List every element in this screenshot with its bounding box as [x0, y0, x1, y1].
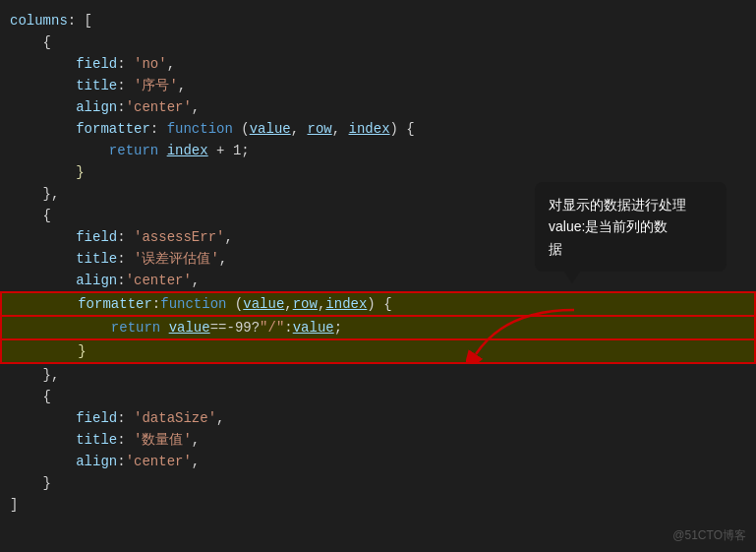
code-text: , [332, 118, 349, 140]
code-text: return [111, 317, 160, 338]
code-text: : [117, 270, 125, 291]
code-text [10, 161, 76, 183]
code-text: , [192, 96, 200, 118]
code-text: : [ [68, 10, 92, 31]
code-text [10, 429, 76, 451]
code-text [10, 451, 76, 472]
code-text: ) { [367, 293, 391, 315]
code-text: : [284, 317, 292, 338]
code-text [12, 317, 111, 338]
code-text [160, 317, 168, 338]
code-line-19: field: 'dataSize', [0, 407, 756, 429]
code-text: 'center' [126, 270, 192, 291]
code-text: + 1; [208, 140, 250, 161]
code-text: ( [233, 118, 250, 140]
code-line-14-highlighted: formatter:function (value,row,index) { [0, 291, 756, 317]
code-text: , [284, 293, 292, 315]
code-text: '数量值' [134, 429, 192, 451]
code-text [158, 140, 166, 161]
code-line-17: }, [0, 364, 756, 386]
code-text: , [224, 226, 232, 248]
code-text [10, 248, 76, 270]
code-text: : [150, 118, 167, 140]
code-text: function [167, 118, 233, 140]
code-text [10, 96, 76, 118]
code-text: row [308, 118, 332, 140]
code-text: field [76, 53, 117, 75]
code-text: , [192, 429, 200, 451]
code-line-3: field: 'no', [0, 53, 756, 75]
code-text: : [117, 429, 134, 451]
code-text: ] [10, 494, 18, 516]
code-line-13: align:'center', [0, 270, 756, 291]
code-line-2: { [0, 31, 756, 53]
code-line-15-highlighted: return value==-99?"/":value; [0, 317, 756, 338]
arrow-icon [466, 305, 584, 364]
code-text: align [76, 451, 117, 472]
code-text: : [152, 293, 160, 315]
code-text: }, [10, 183, 59, 205]
code-text: } [76, 161, 84, 183]
code-line-6: formatter: function (value, row, index) … [0, 118, 756, 140]
code-text: formatter [78, 293, 152, 315]
code-line-4: title: '序号', [0, 75, 756, 96]
code-line-23: ] [0, 494, 756, 516]
code-text: title [76, 248, 117, 270]
code-text: 'no' [134, 53, 167, 75]
watermark: @51CTO博客 [672, 527, 746, 544]
code-text: value [250, 118, 291, 140]
arrow-container [466, 305, 584, 368]
code-text: : [117, 75, 134, 96]
code-text: index [349, 118, 390, 140]
code-text: } [78, 340, 86, 362]
code-text: { [10, 205, 51, 226]
code-text: align [76, 270, 117, 291]
code-text: index [167, 140, 208, 161]
code-text [10, 140, 109, 161]
tooltip-text: 对显示的数据进行 [549, 197, 659, 213]
code-text: index [325, 293, 367, 315]
code-text: { [10, 386, 51, 407]
code-line-22: } [0, 472, 756, 494]
code-text: field [76, 226, 117, 248]
tooltip-text3: value:是当前列的数 [549, 218, 668, 234]
code-text: , [291, 118, 308, 140]
code-line-20: title: '数量值', [0, 429, 756, 451]
code-text: 'assessErr' [134, 226, 224, 248]
code-line-7: return index + 1; [0, 140, 756, 161]
tooltip-bubble: 对显示的数据进行处理 value:是当前列的数 据 [535, 182, 727, 272]
code-text: value [169, 317, 210, 338]
code-text: "/" [260, 317, 284, 338]
code-text: align [76, 96, 117, 118]
tooltip-text2: 处理 [659, 197, 686, 213]
code-text: title [76, 429, 117, 451]
tooltip-text4: 据 [549, 241, 562, 257]
code-text: , [167, 53, 175, 75]
code-text: 'dataSize' [134, 407, 216, 429]
code-container: columns: [ { field: 'no', title: '序号', a… [0, 0, 756, 552]
code-text: : [117, 451, 125, 472]
code-line-21: align:'center', [0, 451, 756, 472]
code-text: : [117, 407, 134, 429]
code-text: 'center' [126, 451, 192, 472]
code-text [12, 293, 78, 315]
code-text: value [243, 293, 284, 315]
code-text [10, 53, 76, 75]
code-text: , [219, 248, 227, 270]
code-text: : [117, 226, 134, 248]
code-text [10, 407, 76, 429]
code-text: : [117, 96, 125, 118]
code-text: , [318, 293, 325, 315]
code-text: , [178, 75, 186, 96]
code-text: : [117, 53, 134, 75]
code-text: formatter [76, 118, 150, 140]
code-text [10, 75, 76, 96]
code-line-16-highlighted: } [0, 338, 756, 364]
code-text: value [293, 317, 334, 338]
code-line-5: align:'center', [0, 96, 756, 118]
code-text: ( [226, 293, 243, 315]
code-text: '序号' [134, 75, 178, 96]
code-text: 'center' [126, 96, 192, 118]
code-text: function [160, 293, 226, 315]
code-text: { [10, 31, 51, 53]
